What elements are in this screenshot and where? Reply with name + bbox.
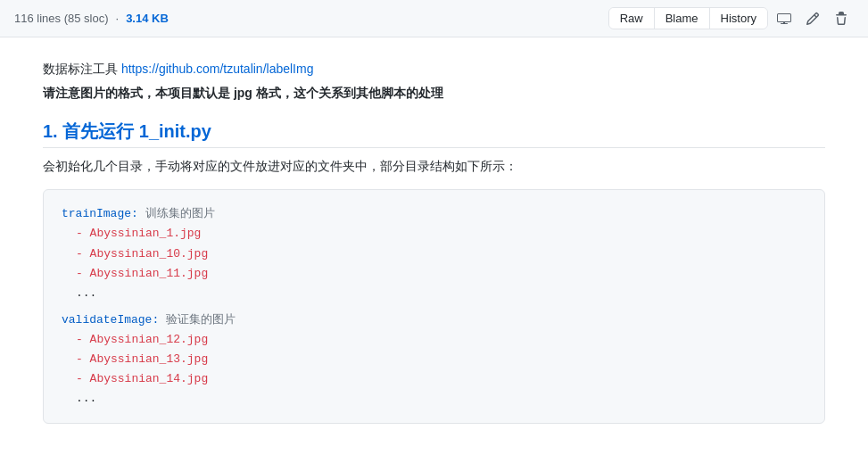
train-item-3-text: - Abyssinian_11.jpg [76, 267, 208, 280]
validate-item-1: - Abyssinian_12.jpg [62, 330, 806, 350]
train-ellipsis: ... [62, 284, 806, 303]
annotation-tool-text: 数据标注工具 [43, 62, 118, 76]
train-image-comment: 训练集的图片 [145, 207, 215, 220]
trash-icon [834, 12, 848, 26]
edit-icon [806, 12, 820, 26]
file-size: 3.14 KB [126, 12, 169, 25]
heading-link[interactable]: 1. 首先运行 1_init.py [43, 121, 211, 141]
description-line: 会初始化几个目录，手动将对应的文件放进对应的文件夹中，部分目录结构如下所示： [43, 159, 825, 175]
train-item-3: - Abyssinian_11.jpg [62, 264, 806, 284]
warning-line: 请注意图片的格式，本项目默认是 jpg 格式，这个关系到其他脚本的处理 [43, 86, 825, 102]
toolbar-left: 116 lines (85 sloc) · 3.14 KB [14, 12, 169, 25]
delete-icon-button[interactable] [829, 8, 854, 29]
validate-image-key: validateImage: [62, 313, 159, 327]
validate-item-1-text: - Abyssinian_12.jpg [76, 333, 208, 346]
validate-ellipsis: ... [62, 389, 806, 409]
toolbar-right: Raw Blame History [608, 7, 854, 29]
train-item-2-text: - Abyssinian_10.jpg [76, 247, 208, 261]
view-buttons: Raw Blame History [608, 7, 768, 29]
blame-button[interactable]: Blame [655, 8, 710, 29]
annotation-tool-line: 数据标注工具 https://github.com/tzutalin/label… [43, 59, 825, 79]
file-info: 116 lines (85 sloc) · 3.14 KB [14, 12, 169, 25]
edit-icon-button[interactable] [800, 8, 825, 29]
train-image-key: trainImage: [62, 207, 138, 220]
train-item-2: - Abyssinian_10.jpg [62, 244, 806, 264]
lines-info: 116 lines (85 sloc) [14, 12, 109, 25]
validate-item-2-text: - Abyssinian_13.jpg [76, 352, 208, 366]
annotation-tool-link[interactable]: https://github.com/tzutalin/labelImg [121, 62, 314, 76]
raw-button[interactable]: Raw [609, 8, 655, 29]
validate-item-3: - Abyssinian_14.jpg [62, 369, 806, 389]
code-block: trainImage: 训练集的图片 - Abyssinian_1.jpg - … [43, 189, 825, 424]
monitor-icon [777, 12, 791, 26]
separator: · [116, 12, 120, 25]
toolbar: 116 lines (85 sloc) · 3.14 KB Raw Blame … [0, 0, 868, 37]
history-button[interactable]: History [710, 8, 767, 29]
train-image-line: trainImage: 训练集的图片 [62, 204, 806, 224]
file-content: 数据标注工具 https://github.com/tzutalin/label… [0, 37, 868, 455]
validate-item-3-text: - Abyssinian_14.jpg [76, 372, 208, 385]
validate-image-comment: 验证集的图片 [166, 313, 236, 327]
monitor-icon-button[interactable] [772, 8, 797, 29]
train-item-1: - Abyssinian_1.jpg [62, 224, 806, 244]
section-heading: 1. 首先运行 1_init.py [43, 120, 825, 148]
validate-item-2: - Abyssinian_13.jpg [62, 350, 806, 369]
validate-image-line: validateImage: 验证集的图片 [62, 310, 806, 330]
train-item-1-text: - Abyssinian_1.jpg [76, 227, 201, 240]
